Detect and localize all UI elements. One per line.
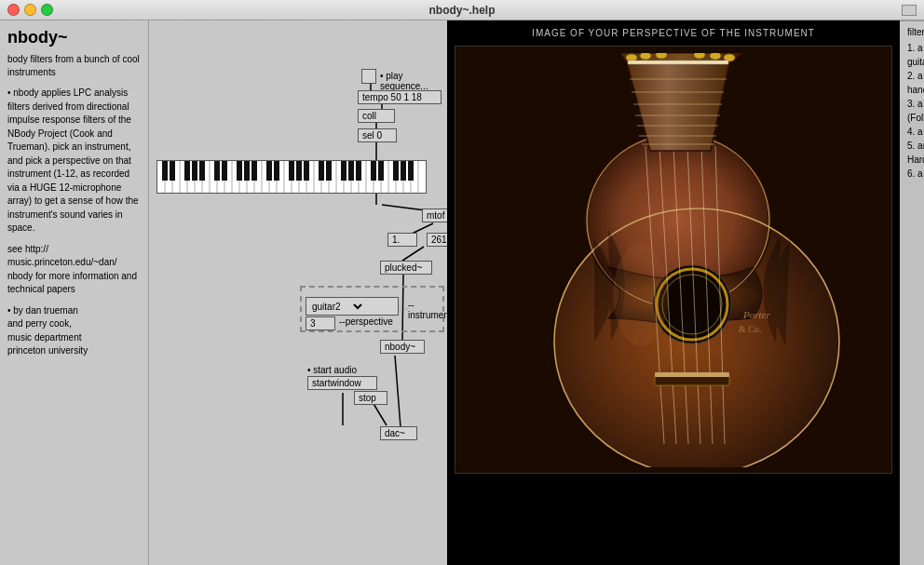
play-toggle[interactable]: [361, 69, 376, 84]
svg-rect-55: [237, 161, 242, 181]
description2: see http://music.princeton.edu/~dan/nbod…: [7, 243, 141, 297]
plucked-box[interactable]: plucked~: [380, 261, 432, 275]
perspective-comment: --perspective: [339, 316, 393, 327]
svg-rect-66: [348, 161, 354, 181]
svg-rect-101: [628, 61, 728, 64]
svg-point-97: [656, 53, 667, 59]
window-icon: [902, 5, 917, 16]
filter-4: 4. a pretty good mandolin: [907, 125, 924, 139]
piano-keyboard[interactable]: [156, 160, 427, 194]
guitar-svg: Porter & Co.: [464, 53, 883, 467]
nbody-box[interactable]: nbody~: [380, 340, 425, 354]
window-controls[interactable]: [7, 4, 53, 16]
filter-2: 2. a somewhat less fine handmade guitar:…: [907, 69, 924, 97]
svg-rect-59: [274, 161, 279, 181]
dac-box[interactable]: dac~: [380, 426, 417, 440]
svg-rect-49: [170, 161, 175, 181]
svg-rect-60: [289, 161, 294, 181]
guitar-image: Porter & Co.: [455, 46, 892, 474]
instrument-dropdown[interactable]: guitar2 guitar1 violin mandolin: [308, 301, 365, 313]
start-audio-label: • start audio: [307, 365, 357, 375]
svg-rect-69: [378, 161, 384, 181]
main-layout: nbody~ body filters from a bunch of cool…: [0, 20, 924, 565]
titlebar: nbody~.help: [0, 0, 924, 20]
startwindow-box[interactable]: startwindow: [307, 376, 377, 390]
filters-title: filters are derived from:: [907, 25, 924, 39]
svg-rect-48: [162, 161, 168, 181]
svg-point-100: [694, 53, 705, 59]
svg-text:Porter: Porter: [742, 309, 770, 320]
svg-point-99: [710, 53, 721, 60]
instrument-comment: --instrument: [408, 300, 447, 320]
svg-rect-65: [341, 161, 346, 181]
stop-box[interactable]: stop: [354, 391, 387, 405]
bottom-strip: filters are derived from: 1. a fine Braz…: [900, 20, 924, 100]
mtof-box[interactable]: mtof: [422, 209, 447, 222]
subtitle: body filters from a bunch of cool instru…: [7, 53, 141, 79]
patch-area: • play sequence... tempo 50 1 18 coll se…: [149, 20, 447, 565]
coll-box[interactable]: coll: [358, 109, 395, 123]
svg-text:& Co.: & Co.: [739, 324, 761, 334]
svg-rect-52: [199, 161, 205, 181]
svg-rect-70: [393, 161, 399, 181]
maximize-button[interactable]: [41, 4, 53, 16]
minimize-button[interactable]: [24, 4, 36, 16]
svg-rect-51: [192, 161, 197, 181]
svg-rect-63: [319, 161, 324, 181]
app-name: nbody~: [7, 26, 141, 49]
filter-3: 3. a fine American violin (Folland): vio…: [907, 97, 924, 125]
patch-panel: • play sequence... tempo 50 1 18 coll se…: [149, 20, 447, 565]
description1: • nbody applies LPC analysis filters der…: [7, 87, 141, 235]
svg-point-102: [613, 244, 669, 346]
svg-rect-67: [356, 161, 361, 181]
svg-rect-61: [296, 161, 302, 181]
svg-rect-54: [222, 161, 227, 181]
close-button[interactable]: [7, 4, 20, 16]
left-panel: nbody~ body filters from a bunch of cool…: [0, 20, 149, 565]
svg-rect-62: [304, 161, 309, 181]
filter-6: 6. a good archtop guitar: [907, 167, 924, 181]
svg-rect-53: [214, 161, 220, 181]
guitar2-select[interactable]: guitar2 guitar1 violin mandolin: [306, 297, 399, 316]
svg-rect-57: [251, 161, 257, 181]
number-box-1[interactable]: 1.: [387, 233, 417, 247]
svg-rect-68: [371, 161, 376, 181]
tempo-box[interactable]: tempo 50 1 18: [358, 90, 442, 104]
description3: • by dan truemanand perry cook,music dep…: [7, 304, 141, 358]
svg-rect-72: [408, 161, 414, 181]
number-box-3[interactable]: 3: [306, 316, 335, 330]
filter-1: 1. a fine Brazilian handmade guitar (Abr…: [907, 41, 924, 69]
svg-rect-56: [244, 161, 250, 181]
number-box-261[interactable]: 261.63: [427, 233, 447, 247]
svg-line-8: [395, 356, 401, 427]
top-row: nbody~ body filters from a bunch of cool…: [0, 20, 900, 565]
svg-point-96: [640, 53, 651, 60]
svg-rect-87: [655, 372, 729, 377]
image-label: IMAGE OF YOUR PERSPECTIVE OF THE INSTRUM…: [532, 28, 815, 38]
svg-line-6: [402, 247, 424, 261]
svg-rect-58: [266, 161, 272, 181]
svg-rect-50: [184, 161, 190, 181]
play-sequence-label: • play sequence...: [380, 71, 447, 91]
right-panel: IMAGE OF YOUR PERSPECTIVE OF THE INSTRUM…: [447, 20, 900, 565]
filters-section: filters are derived from: 1. a fine Braz…: [900, 21, 924, 100]
sel-box[interactable]: sel 0: [358, 128, 397, 142]
svg-rect-64: [326, 161, 332, 181]
window-title: nbody~.help: [428, 4, 495, 17]
filter-5: 5. an excellent Norwegian Hardanger fidd…: [907, 139, 924, 167]
svg-rect-71: [401, 161, 406, 181]
svg-line-10: [373, 402, 387, 425]
